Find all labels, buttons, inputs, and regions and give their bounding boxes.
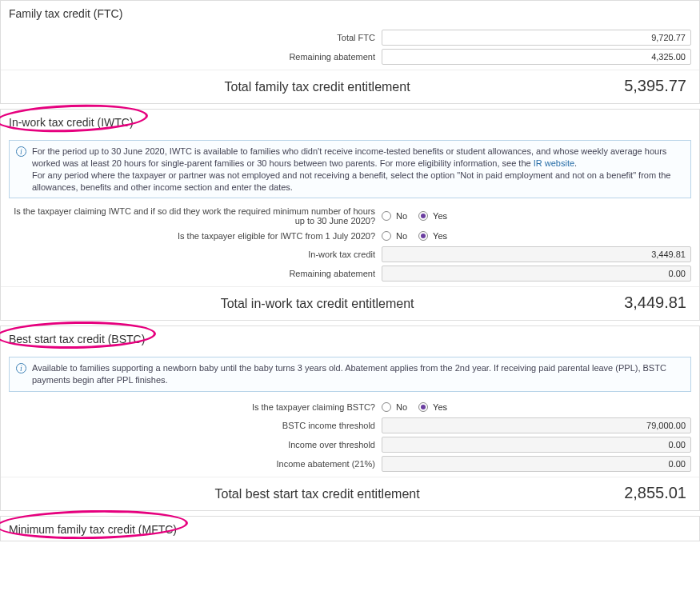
- iwtc-q2-no-label: No: [396, 231, 407, 241]
- ftc-total-value: 5,395.77: [624, 77, 690, 95]
- mftc-heading: Minimum family tax credit (MFTC): [1, 517, 699, 541]
- iwtc-credit-value: [382, 246, 691, 262]
- ftc-remaining-abatement-value[interactable]: [382, 49, 691, 65]
- iwtc-q1-radio-yes[interactable]: [418, 211, 428, 221]
- bstc-q1-radio-yes[interactable]: [418, 402, 428, 412]
- iwtc-abatement-row: Remaining abatement: [1, 264, 699, 283]
- bstc-q1-row: Is the taxpayer claiming BSTC? No Yes: [1, 398, 699, 416]
- bstc-q1-radio-group: No Yes: [382, 402, 691, 412]
- bstc-over-value: [382, 437, 691, 453]
- bstc-section: Best start tax credit (BSTC) i Available…: [0, 325, 700, 511]
- bstc-threshold-value: [382, 417, 691, 433]
- iwtc-heading-text: In-work tax credit (IWTC): [9, 116, 134, 129]
- ftc-section: Family tax credit (FTC) Total FTC Remain…: [0, 0, 700, 104]
- iwtc-heading: In-work tax credit (IWTC): [1, 110, 699, 134]
- iwtc-total-value: 3,449.81: [624, 294, 690, 312]
- iwtc-q2-radio-no[interactable]: [382, 231, 391, 241]
- info-icon: i: [16, 146, 26, 157]
- mftc-heading-text: Minimum family tax credit (MFTC): [9, 523, 177, 536]
- bstc-info-text: Available to families supporting a newbo…: [32, 363, 666, 385]
- bstc-threshold-row: BSTC income threshold: [1, 416, 699, 435]
- bstc-abate-row: Income abatement (21%): [1, 454, 699, 473]
- iwtc-info-link[interactable]: IR website: [534, 158, 574, 168]
- ftc-total-label: Total family tax credit entitlement: [10, 80, 624, 94]
- bstc-over-row: Income over threshold: [1, 435, 699, 454]
- bstc-threshold-label: BSTC income threshold: [9, 421, 382, 430]
- bstc-q1-label: Is the taxpayer claiming BSTC?: [9, 402, 382, 412]
- bstc-abate-value: [382, 456, 691, 472]
- iwtc-q2-radio-group: No Yes: [382, 231, 691, 241]
- iwtc-q1-radio-group: No Yes: [382, 211, 691, 221]
- iwtc-q1-no-label: No: [396, 211, 407, 221]
- bstc-total-value: 2,855.01: [624, 484, 690, 502]
- info-icon: i: [16, 363, 26, 373]
- bstc-total-label: Total best start tax credit entitlement: [10, 487, 624, 501]
- bstc-abate-label: Income abatement (21%): [9, 459, 382, 469]
- ftc-heading: Family tax credit (FTC): [1, 1, 699, 25]
- iwtc-credit-row: In-work tax credit: [1, 245, 699, 264]
- iwtc-abatement-value: [382, 266, 691, 282]
- ftc-remaining-abatement-row: Remaining abatement: [1, 47, 699, 66]
- iwtc-q1-label: Is the taxpayer claiming IWTC and if so …: [9, 206, 382, 226]
- iwtc-q1-yes-label: Yes: [433, 211, 447, 221]
- iwtc-q2-radio-yes[interactable]: [418, 231, 428, 241]
- iwtc-total-row: Total in-work tax credit entitlement 3,4…: [1, 286, 699, 320]
- bstc-heading: Best start tax credit (BSTC): [1, 326, 699, 350]
- iwtc-q1-row: Is the taxpayer claiming IWTC and if so …: [1, 205, 699, 227]
- bstc-over-label: Income over threshold: [9, 440, 382, 449]
- ftc-remaining-abatement-label: Remaining abatement: [9, 52, 382, 62]
- bstc-heading-text: Best start tax credit (BSTC): [9, 333, 145, 345]
- iwtc-q1-radio-no[interactable]: [382, 211, 391, 221]
- iwtc-credit-label: In-work tax credit: [9, 250, 382, 259]
- iwtc-q2-row: Is the taxpayer eligible for IWTC from 1…: [1, 227, 699, 245]
- iwtc-info-box: i For the period up to 30 June 2020, IWT…: [9, 140, 691, 198]
- bstc-total-row: Total best start tax credit entitlement …: [1, 477, 699, 510]
- mftc-section: Minimum family tax credit (MFTC): [0, 516, 700, 541]
- ftc-total-ftc-label: Total FTC: [9, 33, 382, 42]
- iwtc-abatement-label: Remaining abatement: [9, 269, 382, 278]
- iwtc-q2-yes-label: Yes: [433, 231, 447, 241]
- iwtc-q2-label: Is the taxpayer eligible for IWTC from 1…: [9, 231, 382, 241]
- ftc-total-row: Total family tax credit entitlement 5,39…: [1, 70, 699, 103]
- ftc-total-ftc-row: Total FTC: [1, 28, 699, 47]
- ftc-total-ftc-value[interactable]: [382, 30, 691, 46]
- iwtc-total-label: Total in-work tax credit entitlement: [10, 297, 624, 311]
- iwtc-info-text-2: For any period where the taxpayer or par…: [32, 170, 670, 192]
- bstc-q1-radio-no[interactable]: [382, 402, 391, 412]
- iwtc-section: In-work tax credit (IWTC) i For the peri…: [0, 109, 700, 321]
- bstc-q1-no-label: No: [396, 402, 407, 412]
- bstc-q1-yes-label: Yes: [433, 402, 447, 412]
- bstc-info-box: i Available to families supporting a new…: [9, 357, 691, 392]
